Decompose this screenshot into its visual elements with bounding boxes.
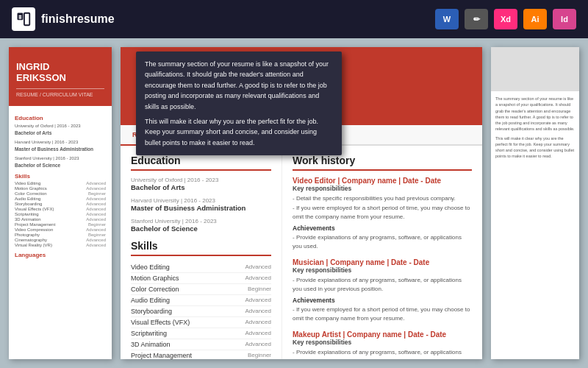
skills-table: Video EditingAdvanced Motion GraphicsAdv… <box>131 262 271 359</box>
left-skill-8: 3D AnimationAdvanced <box>15 217 106 222</box>
rp-text-2: This will make it clear why you are the … <box>495 135 575 160</box>
right-preview-content: The summary section of your resume is li… <box>491 91 579 167</box>
tooltip-para-1: The summary section of your resume is li… <box>145 59 333 112</box>
left-edu-2-degree: Master of Business Administration <box>15 146 106 153</box>
left-preview-panel: INGRID ERIKSSON RESUME / CURRICULUM VITA… <box>9 47 112 359</box>
left-education-heading: Education <box>15 115 106 121</box>
edu-1-degree: Bachelor of Arts <box>131 183 271 191</box>
left-edu-3-school: Stanford University | 2016 - 2023 <box>15 155 106 162</box>
left-edu-2-school: Harvard University | 2016 - 2023 <box>15 139 106 146</box>
work-1-resp-1: - Detail the specific responsibilities y… <box>293 194 472 203</box>
left-languages-heading: Languages <box>15 252 106 258</box>
left-column: Education University of Oxford | 2016 - … <box>121 146 282 359</box>
right-preview-panel: The summary section of your resume is li… <box>491 47 579 359</box>
skill-row-2: Motion GraphicsAdvanced <box>131 273 271 284</box>
left-skills-heading: Skills <box>15 173 106 180</box>
left-breadcrumb: RESUME / CURRICULUM VITAE <box>16 88 104 97</box>
work-2-resp-label: Key responsibilities <box>293 266 472 274</box>
right-preview-header <box>491 47 579 91</box>
logo-text: finishresume <box>41 13 115 26</box>
top-bar: finishresume W ✏ Xd Ai Id <box>0 0 588 38</box>
left-skill-10: Video CompressionAdvanced <box>15 227 106 232</box>
edu-item-2: Harvard University | 2016 - 2023 Master … <box>131 197 271 212</box>
left-edu-1-school: University of Oxford | 2016 - 2023 <box>15 123 106 130</box>
work-1-resp-2: - If you were employed for a short perio… <box>293 204 472 222</box>
left-skill-3: Color CorrectionBeginner <box>15 191 106 196</box>
work-1-ach-1: - Provide explanations of any programs, … <box>293 233 472 251</box>
work-1-resp-label: Key responsibilities <box>293 185 472 192</box>
skill-row-9: Project ManagementBeginner <box>131 350 271 359</box>
xd-button[interactable]: Xd <box>494 9 517 29</box>
edu-2-school: Harvard University | 2016 - 2023 <box>131 197 271 204</box>
work-3-resp-1: - Provide explanations of any programs, … <box>293 348 472 359</box>
work-3-resp-label: Key responsibilities <box>293 339 472 346</box>
skill-row-7: ScriptwritingAdvanced <box>131 328 271 339</box>
logo-icon <box>12 7 35 31</box>
skill-row-4: Audio EditingAdvanced <box>131 295 271 306</box>
work-2-resp-1: - Provide explanations of any programs, … <box>293 276 472 294</box>
edu-3-school: Stanford University | 2016 - 2023 <box>131 218 271 224</box>
left-skill-7: ScriptwritingAdvanced <box>15 212 106 216</box>
skill-row-1: Video EditingAdvanced <box>131 262 271 273</box>
id-button[interactable]: Id <box>553 9 576 29</box>
rp-text-1: The summary section of your resume is li… <box>495 96 575 132</box>
ai-button[interactable]: Ai <box>523 9 547 29</box>
tooltip-para-2: This will make it clear why you are the … <box>145 116 333 148</box>
resume-body: Education University of Oxford | 2016 - … <box>121 146 482 359</box>
left-edu-3-degree: Bachelor of Science <box>15 162 106 169</box>
left-skill-2: Motion GraphicsAdvanced <box>15 186 106 191</box>
right-column: Work history Video Editor | Company name… <box>282 146 482 359</box>
work-1-ach-label: Achievements <box>293 224 472 232</box>
left-skill-6: Visual Effects (VFX)Advanced <box>15 207 106 211</box>
left-skill-13: Virtual Reality (VR)Advanced <box>15 243 106 247</box>
education-heading: Education <box>131 155 271 171</box>
left-skill-9: Project ManagementBeginner <box>15 222 106 227</box>
pen-button[interactable]: ✏ <box>465 9 488 29</box>
work-job-2: Musician | Company name | Date - Date Ke… <box>293 258 472 323</box>
left-header: INGRID ERIKSSON RESUME / CURRICULUM VITA… <box>9 47 112 106</box>
left-content: Education University of Oxford | 2016 - … <box>9 106 112 264</box>
edu-item-3: Stanford University | 2016 - 2023 Bachel… <box>131 218 271 233</box>
skill-row-5: StoryboardingAdvanced <box>131 306 271 317</box>
skill-row-3: Color CorrectionBeginner <box>131 284 271 295</box>
work-1-title: Video Editor | Company name | Date - Dat… <box>293 177 472 185</box>
left-skill-12: CinematographyAdvanced <box>15 238 106 242</box>
left-skill-4: Audio EditingAdvanced <box>15 197 106 201</box>
work-job-3: Makeup Artist | Company name | Date - Da… <box>293 330 472 359</box>
left-skill-11: PhotographyBeginner <box>15 233 106 237</box>
edu-1-school: University of Oxford | 2016 - 2023 <box>131 177 271 183</box>
work-2-ach-label: Achievements <box>293 297 472 304</box>
work-job-1: Video Editor | Company name | Date - Dat… <box>293 177 472 251</box>
skill-row-6: Visual Effects (VFX)Advanced <box>131 317 271 328</box>
left-edu-1-degree: Bachelor of Arts <box>15 130 106 137</box>
logo-area: finishresume <box>12 7 423 31</box>
word-button[interactable]: W <box>435 9 459 29</box>
work-history-heading: Work history <box>293 155 472 171</box>
edu-3-degree: Bachelor of Science <box>131 224 271 233</box>
edu-item-1: University of Oxford | 2016 - 2023 Bache… <box>131 177 271 191</box>
edu-2-degree: Master of Business Administration <box>131 204 271 212</box>
left-name: INGRID ERIKSSON <box>16 61 104 84</box>
skill-row-8: 3D AnimationAdvanced <box>131 339 271 350</box>
skills-heading: Skills <box>131 240 271 256</box>
left-skill-1: Video EditingAdvanced <box>15 181 106 185</box>
tooltip-overlay: The summary section of your resume is li… <box>136 52 342 155</box>
work-3-title: Makeup Artist | Company name | Date - Da… <box>293 330 472 339</box>
left-skill-5: StoryboardingAdvanced <box>15 202 106 206</box>
work-2-title: Musician | Company name | Date - Date <box>293 258 472 266</box>
work-2-ach-1: - If you were employed for a short perio… <box>293 305 472 323</box>
svg-rect-1 <box>24 13 29 26</box>
toolbar-icons: W ✏ Xd Ai Id <box>435 9 576 29</box>
